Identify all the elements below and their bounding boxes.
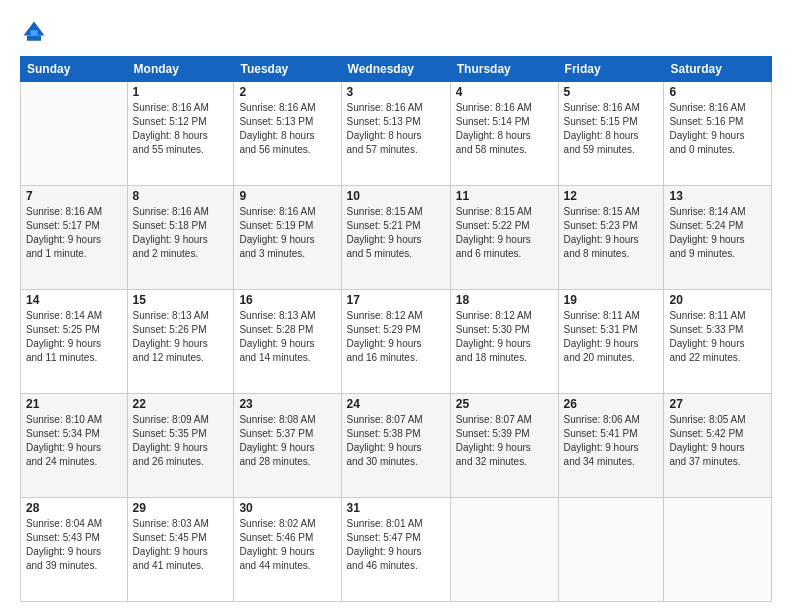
day-number: 9 (239, 189, 335, 203)
day-number: 3 (347, 85, 445, 99)
day-cell (558, 498, 664, 602)
day-info: Sunrise: 8:05 AM Sunset: 5:42 PM Dayligh… (669, 413, 766, 469)
weekday-header-row: SundayMondayTuesdayWednesdayThursdayFrid… (21, 57, 772, 82)
day-number: 26 (564, 397, 659, 411)
day-number: 14 (26, 293, 122, 307)
day-number: 12 (564, 189, 659, 203)
day-info: Sunrise: 8:15 AM Sunset: 5:22 PM Dayligh… (456, 205, 553, 261)
day-info: Sunrise: 8:03 AM Sunset: 5:45 PM Dayligh… (133, 517, 229, 573)
day-number: 19 (564, 293, 659, 307)
day-cell: 3Sunrise: 8:16 AM Sunset: 5:13 PM Daylig… (341, 82, 450, 186)
day-info: Sunrise: 8:06 AM Sunset: 5:41 PM Dayligh… (564, 413, 659, 469)
day-number: 15 (133, 293, 229, 307)
day-number: 4 (456, 85, 553, 99)
day-number: 23 (239, 397, 335, 411)
day-info: Sunrise: 8:16 AM Sunset: 5:18 PM Dayligh… (133, 205, 229, 261)
day-number: 29 (133, 501, 229, 515)
day-number: 5 (564, 85, 659, 99)
day-cell: 24Sunrise: 8:07 AM Sunset: 5:38 PM Dayli… (341, 394, 450, 498)
day-cell: 2Sunrise: 8:16 AM Sunset: 5:13 PM Daylig… (234, 82, 341, 186)
day-cell: 17Sunrise: 8:12 AM Sunset: 5:29 PM Dayli… (341, 290, 450, 394)
day-cell: 14Sunrise: 8:14 AM Sunset: 5:25 PM Dayli… (21, 290, 128, 394)
day-cell: 30Sunrise: 8:02 AM Sunset: 5:46 PM Dayli… (234, 498, 341, 602)
day-info: Sunrise: 8:07 AM Sunset: 5:38 PM Dayligh… (347, 413, 445, 469)
day-info: Sunrise: 8:15 AM Sunset: 5:23 PM Dayligh… (564, 205, 659, 261)
week-row-3: 21Sunrise: 8:10 AM Sunset: 5:34 PM Dayli… (21, 394, 772, 498)
day-cell: 20Sunrise: 8:11 AM Sunset: 5:33 PM Dayli… (664, 290, 772, 394)
day-number: 2 (239, 85, 335, 99)
day-cell: 22Sunrise: 8:09 AM Sunset: 5:35 PM Dayli… (127, 394, 234, 498)
week-row-0: 1Sunrise: 8:16 AM Sunset: 5:12 PM Daylig… (21, 82, 772, 186)
day-number: 6 (669, 85, 766, 99)
weekday-header-saturday: Saturday (664, 57, 772, 82)
logo-icon (20, 18, 48, 46)
week-row-2: 14Sunrise: 8:14 AM Sunset: 5:25 PM Dayli… (21, 290, 772, 394)
day-info: Sunrise: 8:15 AM Sunset: 5:21 PM Dayligh… (347, 205, 445, 261)
day-number: 20 (669, 293, 766, 307)
day-number: 8 (133, 189, 229, 203)
day-info: Sunrise: 8:02 AM Sunset: 5:46 PM Dayligh… (239, 517, 335, 573)
day-number: 31 (347, 501, 445, 515)
day-info: Sunrise: 8:11 AM Sunset: 5:33 PM Dayligh… (669, 309, 766, 365)
svg-rect-2 (27, 36, 41, 41)
day-info: Sunrise: 8:16 AM Sunset: 5:13 PM Dayligh… (347, 101, 445, 157)
day-cell: 15Sunrise: 8:13 AM Sunset: 5:26 PM Dayli… (127, 290, 234, 394)
svg-rect-3 (31, 30, 38, 35)
day-cell: 21Sunrise: 8:10 AM Sunset: 5:34 PM Dayli… (21, 394, 128, 498)
day-cell (450, 498, 558, 602)
day-cell: 12Sunrise: 8:15 AM Sunset: 5:23 PM Dayli… (558, 186, 664, 290)
day-number: 21 (26, 397, 122, 411)
weekday-header-thursday: Thursday (450, 57, 558, 82)
day-number: 22 (133, 397, 229, 411)
day-info: Sunrise: 8:12 AM Sunset: 5:29 PM Dayligh… (347, 309, 445, 365)
day-number: 1 (133, 85, 229, 99)
weekday-header-sunday: Sunday (21, 57, 128, 82)
day-number: 30 (239, 501, 335, 515)
week-row-4: 28Sunrise: 8:04 AM Sunset: 5:43 PM Dayli… (21, 498, 772, 602)
day-cell: 4Sunrise: 8:16 AM Sunset: 5:14 PM Daylig… (450, 82, 558, 186)
day-cell: 27Sunrise: 8:05 AM Sunset: 5:42 PM Dayli… (664, 394, 772, 498)
calendar-table: SundayMondayTuesdayWednesdayThursdayFrid… (20, 56, 772, 602)
day-cell: 29Sunrise: 8:03 AM Sunset: 5:45 PM Dayli… (127, 498, 234, 602)
day-number: 7 (26, 189, 122, 203)
day-cell: 1Sunrise: 8:16 AM Sunset: 5:12 PM Daylig… (127, 82, 234, 186)
day-cell: 19Sunrise: 8:11 AM Sunset: 5:31 PM Dayli… (558, 290, 664, 394)
day-number: 27 (669, 397, 766, 411)
weekday-header-monday: Monday (127, 57, 234, 82)
day-info: Sunrise: 8:09 AM Sunset: 5:35 PM Dayligh… (133, 413, 229, 469)
day-number: 16 (239, 293, 335, 307)
page: SundayMondayTuesdayWednesdayThursdayFrid… (0, 0, 792, 612)
day-info: Sunrise: 8:11 AM Sunset: 5:31 PM Dayligh… (564, 309, 659, 365)
day-cell: 6Sunrise: 8:16 AM Sunset: 5:16 PM Daylig… (664, 82, 772, 186)
day-cell: 9Sunrise: 8:16 AM Sunset: 5:19 PM Daylig… (234, 186, 341, 290)
weekday-header-friday: Friday (558, 57, 664, 82)
day-info: Sunrise: 8:16 AM Sunset: 5:13 PM Dayligh… (239, 101, 335, 157)
day-info: Sunrise: 8:16 AM Sunset: 5:17 PM Dayligh… (26, 205, 122, 261)
day-cell: 7Sunrise: 8:16 AM Sunset: 5:17 PM Daylig… (21, 186, 128, 290)
day-info: Sunrise: 8:16 AM Sunset: 5:16 PM Dayligh… (669, 101, 766, 157)
day-info: Sunrise: 8:14 AM Sunset: 5:25 PM Dayligh… (26, 309, 122, 365)
day-number: 11 (456, 189, 553, 203)
day-number: 10 (347, 189, 445, 203)
day-cell (21, 82, 128, 186)
day-cell: 23Sunrise: 8:08 AM Sunset: 5:37 PM Dayli… (234, 394, 341, 498)
header (20, 18, 772, 46)
day-cell: 26Sunrise: 8:06 AM Sunset: 5:41 PM Dayli… (558, 394, 664, 498)
day-info: Sunrise: 8:16 AM Sunset: 5:15 PM Dayligh… (564, 101, 659, 157)
day-info: Sunrise: 8:07 AM Sunset: 5:39 PM Dayligh… (456, 413, 553, 469)
day-cell: 11Sunrise: 8:15 AM Sunset: 5:22 PM Dayli… (450, 186, 558, 290)
day-info: Sunrise: 8:16 AM Sunset: 5:12 PM Dayligh… (133, 101, 229, 157)
day-info: Sunrise: 8:16 AM Sunset: 5:19 PM Dayligh… (239, 205, 335, 261)
day-number: 17 (347, 293, 445, 307)
week-row-1: 7Sunrise: 8:16 AM Sunset: 5:17 PM Daylig… (21, 186, 772, 290)
day-cell: 28Sunrise: 8:04 AM Sunset: 5:43 PM Dayli… (21, 498, 128, 602)
day-cell: 31Sunrise: 8:01 AM Sunset: 5:47 PM Dayli… (341, 498, 450, 602)
day-number: 25 (456, 397, 553, 411)
weekday-header-wednesday: Wednesday (341, 57, 450, 82)
day-cell: 10Sunrise: 8:15 AM Sunset: 5:21 PM Dayli… (341, 186, 450, 290)
day-cell (664, 498, 772, 602)
day-cell: 8Sunrise: 8:16 AM Sunset: 5:18 PM Daylig… (127, 186, 234, 290)
day-number: 28 (26, 501, 122, 515)
day-info: Sunrise: 8:10 AM Sunset: 5:34 PM Dayligh… (26, 413, 122, 469)
day-info: Sunrise: 8:08 AM Sunset: 5:37 PM Dayligh… (239, 413, 335, 469)
